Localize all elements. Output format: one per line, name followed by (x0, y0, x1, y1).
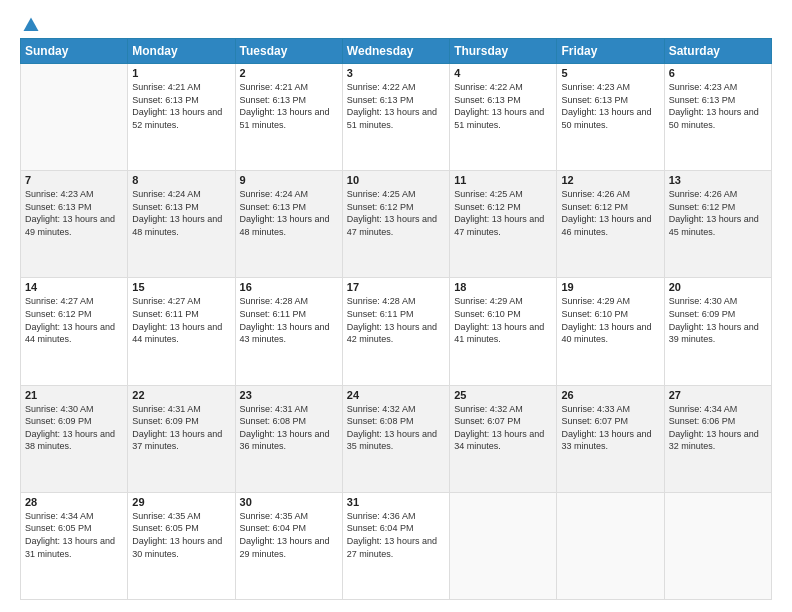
calendar-cell: 9Sunrise: 4:24 AMSunset: 6:13 PMDaylight… (235, 171, 342, 278)
calendar-header-row: SundayMondayTuesdayWednesdayThursdayFrid… (21, 39, 772, 64)
day-info: Sunrise: 4:35 AMSunset: 6:05 PMDaylight:… (132, 510, 230, 560)
day-info: Sunrise: 4:23 AMSunset: 6:13 PMDaylight:… (25, 188, 123, 238)
day-info: Sunrise: 4:22 AMSunset: 6:13 PMDaylight:… (454, 81, 552, 131)
calendar-cell: 27Sunrise: 4:34 AMSunset: 6:06 PMDayligh… (664, 385, 771, 492)
calendar-cell: 18Sunrise: 4:29 AMSunset: 6:10 PMDayligh… (450, 278, 557, 385)
day-number: 26 (561, 389, 659, 401)
day-info: Sunrise: 4:32 AMSunset: 6:07 PMDaylight:… (454, 403, 552, 453)
calendar-cell: 29Sunrise: 4:35 AMSunset: 6:05 PMDayligh… (128, 492, 235, 599)
header-monday: Monday (128, 39, 235, 64)
day-number: 29 (132, 496, 230, 508)
calendar-cell: 17Sunrise: 4:28 AMSunset: 6:11 PMDayligh… (342, 278, 449, 385)
day-number: 20 (669, 281, 767, 293)
calendar-cell: 19Sunrise: 4:29 AMSunset: 6:10 PMDayligh… (557, 278, 664, 385)
day-number: 31 (347, 496, 445, 508)
day-number: 5 (561, 67, 659, 79)
day-info: Sunrise: 4:27 AMSunset: 6:11 PMDaylight:… (132, 295, 230, 345)
calendar-table: SundayMondayTuesdayWednesdayThursdayFrid… (20, 38, 772, 600)
day-info: Sunrise: 4:30 AMSunset: 6:09 PMDaylight:… (25, 403, 123, 453)
day-info: Sunrise: 4:23 AMSunset: 6:13 PMDaylight:… (561, 81, 659, 131)
day-info: Sunrise: 4:23 AMSunset: 6:13 PMDaylight:… (669, 81, 767, 131)
day-info: Sunrise: 4:34 AMSunset: 6:05 PMDaylight:… (25, 510, 123, 560)
day-info: Sunrise: 4:33 AMSunset: 6:07 PMDaylight:… (561, 403, 659, 453)
day-info: Sunrise: 4:21 AMSunset: 6:13 PMDaylight:… (132, 81, 230, 131)
day-info: Sunrise: 4:29 AMSunset: 6:10 PMDaylight:… (454, 295, 552, 345)
day-info: Sunrise: 4:32 AMSunset: 6:08 PMDaylight:… (347, 403, 445, 453)
day-number: 18 (454, 281, 552, 293)
calendar-cell: 13Sunrise: 4:26 AMSunset: 6:12 PMDayligh… (664, 171, 771, 278)
calendar-week-row: 14Sunrise: 4:27 AMSunset: 6:12 PMDayligh… (21, 278, 772, 385)
day-number: 24 (347, 389, 445, 401)
calendar-cell: 3Sunrise: 4:22 AMSunset: 6:13 PMDaylight… (342, 64, 449, 171)
day-info: Sunrise: 4:26 AMSunset: 6:12 PMDaylight:… (561, 188, 659, 238)
header-saturday: Saturday (664, 39, 771, 64)
calendar-cell: 10Sunrise: 4:25 AMSunset: 6:12 PMDayligh… (342, 171, 449, 278)
calendar-cell: 23Sunrise: 4:31 AMSunset: 6:08 PMDayligh… (235, 385, 342, 492)
day-number: 19 (561, 281, 659, 293)
calendar-cell (664, 492, 771, 599)
day-number: 23 (240, 389, 338, 401)
header-friday: Friday (557, 39, 664, 64)
header-wednesday: Wednesday (342, 39, 449, 64)
day-info: Sunrise: 4:31 AMSunset: 6:08 PMDaylight:… (240, 403, 338, 453)
day-info: Sunrise: 4:27 AMSunset: 6:12 PMDaylight:… (25, 295, 123, 345)
day-number: 10 (347, 174, 445, 186)
calendar-week-row: 21Sunrise: 4:30 AMSunset: 6:09 PMDayligh… (21, 385, 772, 492)
day-info: Sunrise: 4:35 AMSunset: 6:04 PMDaylight:… (240, 510, 338, 560)
logo (20, 16, 40, 30)
calendar-cell: 8Sunrise: 4:24 AMSunset: 6:13 PMDaylight… (128, 171, 235, 278)
day-info: Sunrise: 4:24 AMSunset: 6:13 PMDaylight:… (240, 188, 338, 238)
day-info: Sunrise: 4:29 AMSunset: 6:10 PMDaylight:… (561, 295, 659, 345)
day-number: 17 (347, 281, 445, 293)
calendar-cell: 11Sunrise: 4:25 AMSunset: 6:12 PMDayligh… (450, 171, 557, 278)
day-info: Sunrise: 4:24 AMSunset: 6:13 PMDaylight:… (132, 188, 230, 238)
day-number: 13 (669, 174, 767, 186)
calendar-week-row: 7Sunrise: 4:23 AMSunset: 6:13 PMDaylight… (21, 171, 772, 278)
day-info: Sunrise: 4:34 AMSunset: 6:06 PMDaylight:… (669, 403, 767, 453)
day-info: Sunrise: 4:22 AMSunset: 6:13 PMDaylight:… (347, 81, 445, 131)
day-number: 12 (561, 174, 659, 186)
day-info: Sunrise: 4:25 AMSunset: 6:12 PMDaylight:… (347, 188, 445, 238)
day-info: Sunrise: 4:30 AMSunset: 6:09 PMDaylight:… (669, 295, 767, 345)
day-number: 14 (25, 281, 123, 293)
calendar-cell: 26Sunrise: 4:33 AMSunset: 6:07 PMDayligh… (557, 385, 664, 492)
day-number: 27 (669, 389, 767, 401)
calendar-cell: 12Sunrise: 4:26 AMSunset: 6:12 PMDayligh… (557, 171, 664, 278)
calendar-cell: 6Sunrise: 4:23 AMSunset: 6:13 PMDaylight… (664, 64, 771, 171)
day-number: 28 (25, 496, 123, 508)
calendar-week-row: 28Sunrise: 4:34 AMSunset: 6:05 PMDayligh… (21, 492, 772, 599)
calendar-cell: 20Sunrise: 4:30 AMSunset: 6:09 PMDayligh… (664, 278, 771, 385)
day-number: 1 (132, 67, 230, 79)
calendar-cell (21, 64, 128, 171)
calendar-cell: 16Sunrise: 4:28 AMSunset: 6:11 PMDayligh… (235, 278, 342, 385)
header-thursday: Thursday (450, 39, 557, 64)
calendar-cell: 15Sunrise: 4:27 AMSunset: 6:11 PMDayligh… (128, 278, 235, 385)
day-number: 25 (454, 389, 552, 401)
day-number: 16 (240, 281, 338, 293)
calendar-cell: 21Sunrise: 4:30 AMSunset: 6:09 PMDayligh… (21, 385, 128, 492)
calendar-cell: 24Sunrise: 4:32 AMSunset: 6:08 PMDayligh… (342, 385, 449, 492)
day-info: Sunrise: 4:36 AMSunset: 6:04 PMDaylight:… (347, 510, 445, 560)
day-number: 2 (240, 67, 338, 79)
page: SundayMondayTuesdayWednesdayThursdayFrid… (0, 0, 792, 612)
calendar-cell (557, 492, 664, 599)
header-tuesday: Tuesday (235, 39, 342, 64)
calendar-cell: 22Sunrise: 4:31 AMSunset: 6:09 PMDayligh… (128, 385, 235, 492)
calendar-cell: 14Sunrise: 4:27 AMSunset: 6:12 PMDayligh… (21, 278, 128, 385)
day-info: Sunrise: 4:25 AMSunset: 6:12 PMDaylight:… (454, 188, 552, 238)
calendar-cell: 4Sunrise: 4:22 AMSunset: 6:13 PMDaylight… (450, 64, 557, 171)
calendar-cell: 5Sunrise: 4:23 AMSunset: 6:13 PMDaylight… (557, 64, 664, 171)
day-info: Sunrise: 4:28 AMSunset: 6:11 PMDaylight:… (240, 295, 338, 345)
calendar-cell: 25Sunrise: 4:32 AMSunset: 6:07 PMDayligh… (450, 385, 557, 492)
day-number: 21 (25, 389, 123, 401)
svg-marker-0 (24, 18, 39, 32)
calendar-cell: 1Sunrise: 4:21 AMSunset: 6:13 PMDaylight… (128, 64, 235, 171)
calendar-cell: 30Sunrise: 4:35 AMSunset: 6:04 PMDayligh… (235, 492, 342, 599)
day-info: Sunrise: 4:31 AMSunset: 6:09 PMDaylight:… (132, 403, 230, 453)
day-number: 3 (347, 67, 445, 79)
header (20, 16, 772, 30)
day-number: 15 (132, 281, 230, 293)
calendar-week-row: 1Sunrise: 4:21 AMSunset: 6:13 PMDaylight… (21, 64, 772, 171)
day-number: 7 (25, 174, 123, 186)
logo-icon (22, 16, 40, 34)
